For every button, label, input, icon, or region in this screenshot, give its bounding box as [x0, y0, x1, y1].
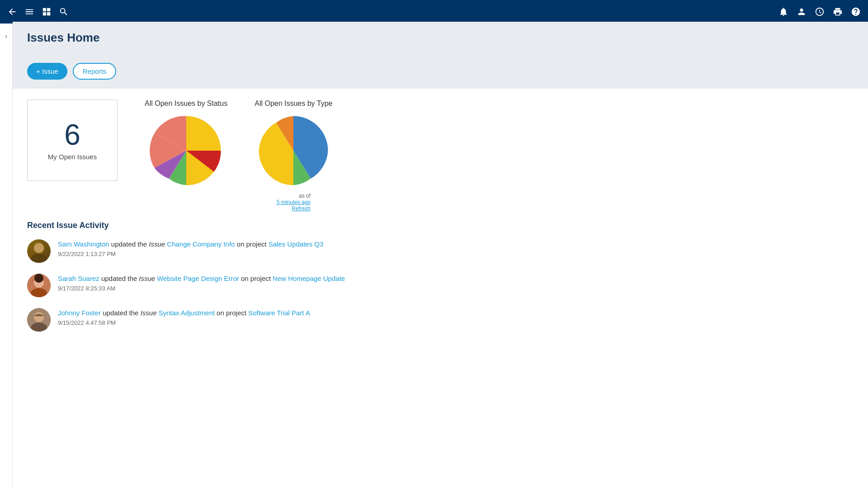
notifications-button[interactable] — [778, 7, 788, 17]
main-content: Issues Home + Issue Reports 6 My Open Is… — [13, 24, 868, 489]
dashboard-button[interactable] — [42, 7, 52, 17]
add-issue-button[interactable]: + Issue — [27, 63, 67, 80]
page-title: Issues Home — [13, 22, 868, 54]
nav-left — [7, 7, 69, 17]
avatar-sam-washington — [27, 239, 51, 263]
my-open-issues-widget: 6 My Open Issues — [27, 100, 118, 181]
issue-link-2[interactable]: Website Page Design Error — [157, 275, 239, 282]
svg-point-2 — [34, 243, 44, 253]
issue-link-3[interactable]: Syntax Adjustment — [159, 309, 215, 317]
svg-point-1 — [31, 254, 47, 263]
sidebar-toggle-arrow[interactable]: › — [0, 24, 13, 489]
activity-item-2: Sarah Suarez updated the Issue Website P… — [27, 274, 854, 297]
top-nav — [0, 0, 868, 24]
help-button[interactable] — [851, 7, 861, 17]
as-of-label: as of — [277, 193, 311, 199]
menu-button[interactable] — [24, 7, 34, 17]
as-of-section: as of 5 minutes ago Refresh — [277, 193, 311, 212]
refresh-link[interactable]: Refresh — [277, 205, 311, 212]
main-wrapper: › Issues Home + Issue Reports 6 My Open … — [0, 24, 868, 489]
timestamp-3: 9/15/2022 4:47:58 PM — [58, 319, 310, 326]
user-link-johnny[interactable]: Johnny Foster — [58, 309, 101, 317]
timestamp-1: 9/22/2022 1:13:27 PM — [58, 251, 323, 257]
user-profile-button[interactable] — [797, 7, 807, 17]
activity-text-2: Sarah Suarez updated the Issue Website P… — [58, 274, 345, 292]
time-button[interactable] — [815, 7, 825, 17]
project-link-2[interactable]: New Homepage Update — [273, 275, 345, 282]
open-issues-count: 6 — [64, 120, 80, 149]
avatar-johnny-foster — [27, 308, 51, 332]
activity-text-1: Sam Washington updated the Issue Change … — [58, 239, 323, 257]
button-row: + Issue Reports — [27, 63, 854, 89]
type-chart: All Open Issues by Type as of 5 mi — [255, 100, 332, 212]
svg-point-6 — [34, 274, 43, 283]
print-button[interactable] — [833, 7, 843, 17]
as-of-time[interactable]: 5 minutes ago — [277, 199, 311, 205]
issue-link-1[interactable]: Change Company Info — [167, 240, 235, 248]
recent-activity-title: Recent Issue Activity — [27, 221, 854, 230]
user-link-sam[interactable]: Sam Washington — [58, 240, 109, 248]
activity-text-3: Johnny Foster updated the Issue Syntax A… — [58, 308, 310, 326]
type-chart-title: All Open Issues by Type — [255, 100, 332, 108]
status-chart-title: All Open Issues by Status — [145, 100, 227, 108]
project-link-3[interactable]: Software Trial Part A — [248, 309, 310, 317]
svg-point-8 — [34, 312, 44, 322]
page-header: Issues Home + Issue Reports — [13, 24, 868, 89]
nav-right — [778, 7, 861, 17]
status-chart: All Open Issues by Status — [145, 100, 227, 189]
type-pie-chart — [255, 112, 332, 189]
search-button[interactable] — [59, 7, 69, 17]
back-button[interactable] — [7, 7, 17, 17]
timestamp-2: 9/17/2022 8:25:33 AM — [58, 285, 345, 292]
avatar-sarah-suarez — [27, 274, 51, 297]
reports-button[interactable]: Reports — [73, 63, 117, 80]
charts-row: 6 My Open Issues All Open Issues by Stat… — [27, 100, 854, 212]
activity-item-1: Sam Washington updated the Issue Change … — [27, 239, 854, 263]
recent-activity-section: Recent Issue Activity Sam Washington upd… — [27, 221, 854, 332]
project-link-1[interactable]: Sales Updates Q3 — [269, 240, 324, 248]
activity-item-3: Johnny Foster updated the Issue Syntax A… — [27, 308, 854, 332]
status-pie-chart — [148, 112, 225, 189]
open-issues-label: My Open Issues — [48, 153, 97, 161]
user-link-sarah[interactable]: Sarah Suarez — [58, 275, 99, 282]
